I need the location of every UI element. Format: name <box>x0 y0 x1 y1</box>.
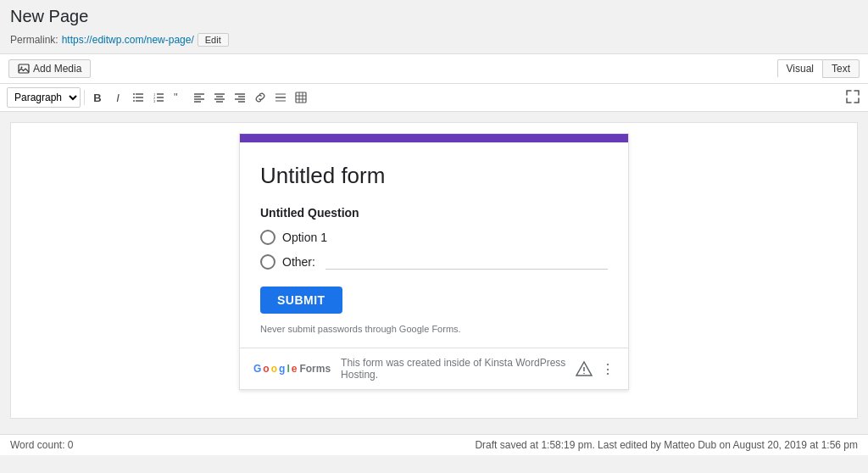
form-option-other: Other: <box>260 253 608 270</box>
align-center-icon <box>214 92 225 103</box>
permalink-bar: Permalink: https://editwp.com/new-page/ … <box>0 30 868 53</box>
align-right-icon <box>234 92 246 103</box>
status-bar: Word count: 0 Draft saved at 1:58:19 pm.… <box>0 434 868 455</box>
form-disclaimer: Never submit passwords through Google Fo… <box>260 324 608 334</box>
paragraph-select[interactable]: Paragraph <box>7 87 81 108</box>
google-logo-o2: o <box>271 363 277 375</box>
form-top-bar <box>240 134 628 142</box>
svg-point-5 <box>133 93 135 95</box>
unordered-list-button[interactable] <box>129 88 147 107</box>
svg-rect-30 <box>296 92 306 103</box>
align-left-button[interactable] <box>190 88 209 107</box>
google-logo-l: l <box>287 363 289 375</box>
ul-icon <box>132 92 144 103</box>
form-radio-other[interactable] <box>260 254 275 270</box>
word-count-value: 0 <box>68 439 74 451</box>
link-icon <box>254 92 266 103</box>
page-title: New Page <box>10 7 858 26</box>
visual-text-tabs: Visual Text <box>777 59 860 78</box>
editor-content[interactable]: Untitled form Untitled Question Option 1… <box>10 122 858 419</box>
form-footer: G o o g l e Forms This form was created … <box>240 348 628 389</box>
submit-button[interactable]: SUBMIT <box>260 287 342 314</box>
ordered-list-button[interactable]: 123 <box>149 88 168 107</box>
svg-point-6 <box>133 97 135 98</box>
warning-icon[interactable] <box>576 360 593 377</box>
permalink-edit-button[interactable]: Edit <box>198 33 229 47</box>
editor-toolbar-top: Add Media Visual Text <box>0 53 868 84</box>
editor-area[interactable]: Untitled form Untitled Question Option 1… <box>0 112 868 434</box>
google-logo-o1: o <box>263 363 269 375</box>
blockquote-button[interactable]: " <box>170 88 188 107</box>
form-radio-1[interactable] <box>260 230 275 245</box>
word-count-label: Word count: <box>10 439 64 451</box>
form-embed: Untitled form Untitled Question Option 1… <box>239 133 629 390</box>
hr-button[interactable] <box>271 88 290 107</box>
hr-icon <box>275 92 287 103</box>
fullscreen-button[interactable] <box>844 88 861 108</box>
form-body: Untitled form Untitled Question Option 1… <box>240 142 628 348</box>
align-left-icon <box>193 92 205 103</box>
form-footer-icons: ⋮ <box>576 360 615 377</box>
svg-point-36 <box>583 373 585 375</box>
format-toolbar: Paragraph B I 123 " <box>0 84 868 112</box>
form-question-label: Untitled Question <box>260 206 608 220</box>
toolbar-separator-1 <box>84 90 85 105</box>
blockquote-icon: " <box>173 92 185 103</box>
svg-rect-0 <box>19 64 29 73</box>
form-footer-text: This form was created inside of Kinsta W… <box>341 357 576 381</box>
fullscreen-icon <box>846 90 860 103</box>
form-title: Untitled form <box>260 163 608 189</box>
form-option-1: Option 1 <box>260 230 608 245</box>
align-right-button[interactable] <box>231 88 249 107</box>
word-count: Word count: 0 <box>10 439 74 451</box>
ol-icon: 123 <box>153 92 164 103</box>
google-forms-text: Forms <box>299 363 331 375</box>
form-other-input[interactable] <box>326 253 608 270</box>
form-option-other-label: Other: <box>282 255 315 269</box>
permalink-label: Permalink: <box>10 34 58 46</box>
more-options-icon[interactable]: ⋮ <box>601 361 615 377</box>
google-logo-g1: G <box>253 363 261 375</box>
text-tab[interactable]: Text <box>822 59 860 78</box>
form-submit-area: SUBMIT <box>260 287 608 314</box>
svg-text:3: 3 <box>153 99 156 103</box>
svg-point-7 <box>133 100 135 102</box>
svg-point-1 <box>21 67 23 69</box>
align-center-button[interactable] <box>210 88 229 107</box>
italic-button[interactable]: I <box>108 88 127 107</box>
visual-tab[interactable]: Visual <box>777 59 822 78</box>
add-media-icon <box>18 63 30 75</box>
add-media-button[interactable]: Add Media <box>8 59 91 78</box>
table-button[interactable] <box>292 88 310 107</box>
bold-button[interactable]: B <box>88 88 107 107</box>
google-logo-e: e <box>292 363 298 375</box>
svg-text:": " <box>174 92 178 103</box>
table-icon <box>295 92 307 103</box>
permalink-url[interactable]: https://editwp.com/new-page/ <box>62 34 194 46</box>
google-forms-logo: G o o g l e Forms <box>253 363 331 375</box>
link-button[interactable] <box>251 88 270 107</box>
draft-info: Draft saved at 1:58:19 pm. Last edited b… <box>475 439 858 451</box>
form-option-1-label: Option 1 <box>282 231 327 244</box>
google-logo-g2: g <box>279 363 285 375</box>
